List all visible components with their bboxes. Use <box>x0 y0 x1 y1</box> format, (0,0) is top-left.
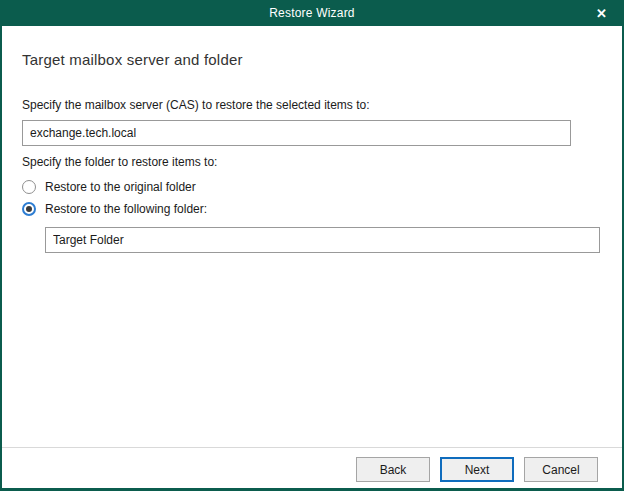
back-button[interactable]: Back <box>356 457 430 482</box>
radio-restore-following-folder[interactable]: Restore to the following folder: <box>22 202 207 216</box>
mailbox-server-input[interactable] <box>22 120 571 146</box>
close-icon: ✕ <box>596 7 607 20</box>
window-title: Restore Wizard <box>269 6 355 20</box>
next-button[interactable]: Next <box>440 457 514 482</box>
cancel-button[interactable]: Cancel <box>524 457 598 482</box>
target-folder-input[interactable] <box>45 227 600 253</box>
folder-section-label: Specify the folder to restore items to: <box>22 155 217 169</box>
radio-selected-icon <box>22 202 36 216</box>
wizard-content: Target mailbox server and folder Specify… <box>2 26 622 488</box>
mailbox-server-label: Specify the mailbox server (CAS) to rest… <box>22 98 369 112</box>
radio-original-label: Restore to the original folder <box>45 180 196 194</box>
radio-following-label: Restore to the following folder: <box>45 202 207 216</box>
titlebar: Restore Wizard ✕ <box>0 0 624 26</box>
page-title: Target mailbox server and folder <box>22 51 243 68</box>
footer: Back Next Cancel <box>2 448 622 488</box>
radio-unselected-icon <box>22 180 36 194</box>
close-button[interactable]: ✕ <box>579 0 624 26</box>
restore-wizard-window: Restore Wizard ✕ Target mailbox server a… <box>0 0 624 491</box>
radio-restore-original-folder[interactable]: Restore to the original folder <box>22 180 196 194</box>
